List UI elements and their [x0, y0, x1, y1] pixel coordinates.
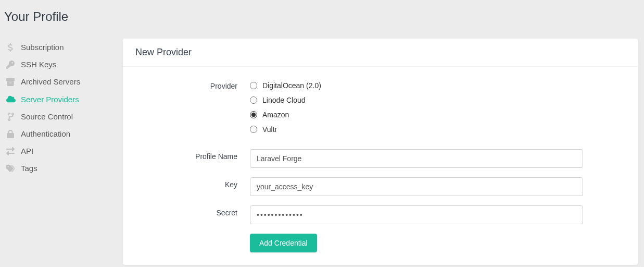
provider-option-linode[interactable]: Linode Cloud	[250, 96, 583, 104]
panel-title: New Provider	[123, 39, 638, 67]
sidebar-item-label: SSH Keys	[21, 60, 56, 69]
key-label: Key	[135, 177, 250, 189]
sidebar-item-subscription[interactable]: Subscription	[4, 39, 112, 56]
add-credential-button[interactable]: Add Credential	[250, 234, 317, 252]
sidebar-item-label: Source Control	[21, 112, 73, 121]
branch-icon	[6, 113, 21, 121]
key-input[interactable]	[250, 177, 583, 196]
profile-name-row: Profile Name	[135, 149, 625, 168]
radio-label: Amazon	[262, 111, 289, 119]
lock-icon	[6, 130, 21, 138]
radio-input[interactable]	[250, 82, 257, 89]
sidebar: Subscription SSH Keys Archived Servers S…	[4, 39, 112, 265]
archive-icon	[6, 78, 21, 86]
provider-option-amazon[interactable]: Amazon	[250, 111, 583, 119]
radio-input[interactable]	[250, 111, 257, 118]
new-provider-panel: New Provider Provider DigitalOcean (2.0)…	[123, 39, 638, 265]
radio-label: Linode Cloud	[262, 96, 306, 104]
sidebar-item-label: Archived Servers	[21, 77, 80, 86]
sidebar-item-archived-servers[interactable]: Archived Servers	[4, 73, 112, 90]
cloud-icon	[6, 94, 21, 104]
dollar-icon	[6, 43, 21, 52]
radio-input[interactable]	[250, 96, 257, 104]
sidebar-item-api[interactable]: API	[4, 142, 112, 160]
swap-icon	[6, 147, 21, 155]
radio-input[interactable]	[250, 126, 257, 133]
provider-row: Provider DigitalOcean (2.0) Linode Cloud	[135, 81, 625, 134]
sidebar-item-ssh-keys[interactable]: SSH Keys	[4, 56, 112, 73]
sidebar-item-authentication[interactable]: Authentication	[4, 125, 112, 142]
secret-row: Secret	[135, 205, 625, 224]
sidebar-item-source-control[interactable]: Source Control	[4, 108, 112, 125]
sidebar-item-label: API	[21, 147, 33, 155]
radio-label: DigitalOcean (2.0)	[262, 81, 321, 90]
profile-name-input[interactable]	[250, 149, 583, 168]
page-title: Your Profile	[4, 9, 640, 24]
tags-icon	[6, 164, 21, 173]
profile-name-label: Profile Name	[135, 149, 250, 161]
secret-input[interactable]	[250, 205, 583, 224]
key-row: Key	[135, 177, 625, 196]
provider-label: Provider	[135, 81, 250, 90]
secret-label: Secret	[135, 205, 250, 217]
sidebar-item-label: Server Providers	[21, 95, 79, 104]
sidebar-item-label: Tags	[21, 164, 37, 173]
provider-option-vultr[interactable]: Vultr	[250, 125, 583, 134]
sidebar-item-label: Subscription	[21, 43, 64, 52]
sidebar-item-tags[interactable]: Tags	[4, 160, 112, 177]
sidebar-item-server-providers[interactable]: Server Providers	[4, 90, 112, 108]
sidebar-item-label: Authentication	[21, 129, 70, 138]
key-icon	[6, 60, 21, 69]
radio-label: Vultr	[262, 125, 277, 134]
provider-option-digitalocean[interactable]: DigitalOcean (2.0)	[250, 81, 583, 90]
